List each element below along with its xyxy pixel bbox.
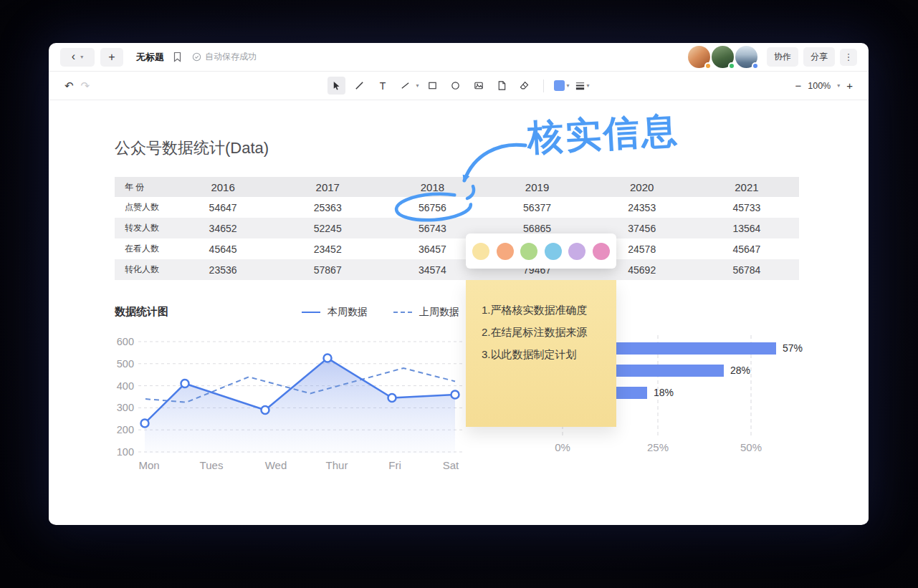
table-header-cell[interactable]: 年 份 (115, 177, 171, 197)
legend-line-sample (302, 312, 320, 313)
table-cell[interactable]: 56784 (694, 259, 799, 280)
palette-color-swatch[interactable] (472, 243, 489, 260)
back-chevron-icon: ‹ (72, 51, 75, 62)
page-title[interactable]: 公众号数据统计(Data) (115, 138, 269, 159)
table-cell[interactable]: 45647 (694, 238, 799, 259)
data-point-marker[interactable] (451, 390, 459, 398)
text-tool-button[interactable]: T (373, 77, 391, 95)
table-cell[interactable]: 13564 (694, 218, 799, 238)
ellipse-icon (450, 80, 461, 91)
bookmark-icon[interactable] (173, 52, 182, 62)
data-point-marker[interactable] (262, 406, 269, 414)
table-row-label[interactable]: 在看人数 (115, 238, 171, 259)
avatar-group (687, 46, 757, 68)
line-tool-button[interactable]: ▾ (396, 77, 419, 95)
table-row: 转发人数346525224556743568653745613564 (115, 218, 799, 238)
table-header-cell[interactable]: 2018 (380, 177, 484, 197)
undo-button[interactable]: ↶ (64, 79, 74, 92)
rectangle-icon (427, 80, 438, 91)
table-cell[interactable]: 57867 (275, 259, 380, 280)
avatar[interactable] (688, 46, 710, 68)
x-axis-tick-label: Mon (138, 459, 159, 471)
data-point-marker[interactable] (324, 355, 332, 362)
titlebar: ‹ ▾ + 无标题 自动保存成功 协作 分享 ⋮ (49, 43, 869, 72)
share-button[interactable]: 分享 (803, 47, 835, 67)
select-tool-button[interactable] (327, 77, 345, 95)
legend-item: 本周数据 (302, 306, 368, 319)
page-tool-button[interactable] (492, 77, 510, 95)
table-header-cell[interactable]: 2016 (171, 177, 275, 197)
table-cell[interactable]: 54647 (171, 197, 275, 218)
table-cell[interactable]: 45733 (694, 197, 799, 218)
ellipse-tool-button[interactable] (446, 77, 464, 95)
data-point-marker[interactable] (388, 394, 396, 402)
table-cell[interactable]: 23536 (171, 259, 275, 280)
autosave-status: 自动保存成功 (192, 51, 257, 63)
avatar[interactable] (735, 46, 757, 68)
chart-section-label[interactable]: 数据统计图 (115, 305, 168, 319)
table-cell[interactable]: 45645 (171, 238, 275, 259)
table-row-label[interactable]: 转发人数 (115, 218, 171, 238)
data-table[interactable]: 年 份201620172018201920202021点赞人数546472536… (115, 177, 799, 280)
area-fill (145, 358, 455, 453)
zoom-controls: − 100% ▾ + (795, 79, 853, 92)
data-point-marker[interactable] (141, 419, 149, 427)
image-tool-button[interactable] (469, 77, 487, 95)
x-axis-tick-label: Sat (443, 459, 459, 471)
zoom-caret-icon: ▾ (837, 83, 840, 89)
table-header-cell[interactable]: 2019 (484, 177, 589, 197)
table-cell[interactable]: 34652 (171, 218, 275, 238)
undo-icon: ↶ (64, 79, 74, 92)
table-cell[interactable]: 56377 (484, 197, 589, 218)
palette-color-swatch[interactable] (568, 243, 585, 260)
table-header-cell[interactable]: 2020 (590, 177, 694, 197)
new-page-button[interactable]: + (100, 48, 123, 67)
color-swatch-button[interactable]: ▾ (554, 80, 569, 91)
data-point-marker[interactable] (181, 380, 189, 387)
rectangle-tool-button[interactable] (424, 77, 441, 95)
table-header-cell[interactable]: 2021 (694, 177, 799, 197)
stroke-style-button[interactable]: ▾ (575, 80, 590, 91)
sticky-note-line: 2.在结尾标注数据来源 (482, 321, 616, 343)
eraser-tool-button[interactable] (515, 77, 533, 95)
toolbar: ↶ ↷ T ▾ (49, 72, 869, 100)
redo-button[interactable]: ↷ (81, 79, 90, 92)
table-cell[interactable]: 23452 (275, 238, 380, 259)
table-row: 在看人数4564523452364572457845647 (115, 238, 799, 259)
sticky-note-line: 3.以此数据制定计划 (482, 343, 616, 365)
palette-color-swatch[interactable] (593, 243, 610, 260)
x-axis-tick-label: Thur (326, 459, 348, 471)
table-cell[interactable]: 52245 (275, 218, 380, 238)
table-cell[interactable]: 25363 (275, 197, 380, 218)
table-row-label[interactable]: 点赞人数 (115, 197, 171, 218)
palette-color-swatch[interactable] (497, 243, 514, 260)
palette-color-swatch[interactable] (520, 243, 537, 260)
more-icon: ⋮ (844, 52, 854, 62)
palette-color-swatch[interactable] (545, 243, 562, 260)
presence-dot (728, 62, 735, 69)
back-button[interactable]: ‹ ▾ (60, 48, 95, 67)
bar-value-label: 57% (783, 342, 803, 354)
collaborate-button[interactable]: 协作 (767, 47, 798, 67)
more-menu-button[interactable]: ⋮ (840, 49, 857, 66)
pen-tool-button[interactable] (350, 77, 368, 95)
table-cell[interactable]: 56756 (380, 197, 484, 218)
avatar[interactable] (712, 46, 734, 68)
document-canvas[interactable]: 公众号数据统计(Data) 年 份20162017201820192020202… (49, 100, 869, 524)
sticky-note[interactable]: 1.严格核实数据准确度 2.在结尾标注数据来源 3.以此数据制定计划 (466, 280, 616, 427)
table-row-label[interactable]: 转化人数 (115, 259, 171, 280)
table-header-cell[interactable]: 2017 (275, 177, 380, 197)
titlebar-right: 协作 分享 ⋮ (687, 46, 857, 68)
zoom-out-button[interactable]: − (795, 79, 801, 92)
document-title[interactable]: 无标题 (136, 51, 164, 64)
annotation-arrow[interactable] (464, 145, 525, 180)
table-cell[interactable]: 24353 (590, 197, 694, 218)
bar-value-label: 28% (730, 365, 750, 376)
table-row: 转化人数235365786734574794674569256784 (115, 259, 799, 280)
caret-down-icon: ▾ (566, 83, 569, 89)
zoom-level[interactable]: 100% (808, 81, 831, 91)
zoom-in-button[interactable]: + (846, 79, 853, 92)
line-chart[interactable]: 600500400300200100MonTuesWedThurFriSat (115, 332, 473, 486)
handwritten-note[interactable]: 核实信息 (526, 106, 680, 162)
x-axis-tick-label: Fri (388, 459, 401, 471)
